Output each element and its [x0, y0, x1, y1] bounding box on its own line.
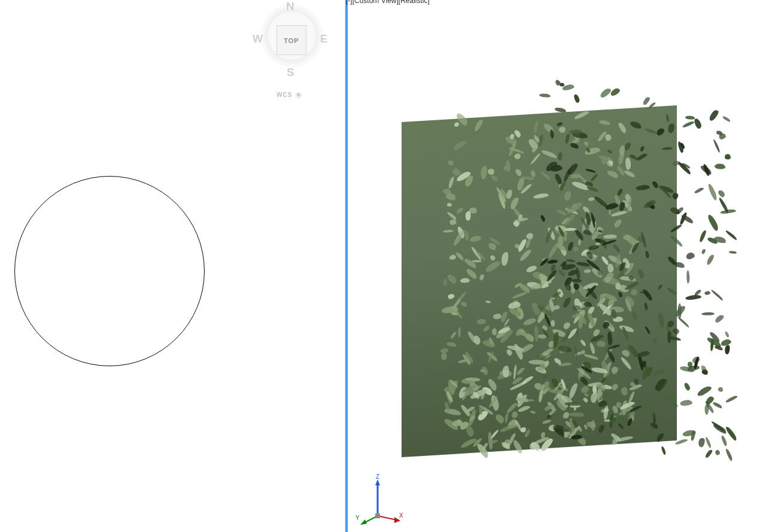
viewcube-wcs-menu[interactable]: WCS ▾	[276, 92, 302, 98]
viewcube-south-label[interactable]: S	[287, 66, 294, 79]
axis-x-line	[378, 516, 397, 520]
ucs-axis-gizmo[interactable]: Z Y X	[354, 477, 402, 525]
viewport-2d[interactable]: N S W E TOP WCS ▾	[0, 0, 345, 532]
viewport-label-text[interactable]: [-][Custom View][Realistic]	[346, 0, 430, 5]
axis-y-arrow	[360, 519, 367, 525]
chevron-down-icon: ▾	[296, 92, 302, 98]
axis-origin-box	[375, 513, 380, 518]
model-bush-cross-planes[interactable]	[402, 84, 737, 455]
viewcube-west-label[interactable]: W	[253, 33, 263, 45]
axis-z-arrow	[375, 479, 380, 485]
viewcube-wcs-label: WCS	[276, 92, 292, 98]
viewport-control-label[interactable]: [-][Custom View][Realistic]	[346, 0, 430, 5]
axis-x-label: X	[399, 512, 403, 519]
viewcube-top-face[interactable]: TOP	[276, 25, 306, 55]
viewcube-east-label[interactable]: E	[320, 33, 327, 45]
bush-foliage-front	[402, 105, 677, 457]
viewcube[interactable]: N S W E TOP WCS ▾	[250, 0, 334, 102]
axis-z-label: Z	[376, 473, 379, 480]
axis-y-label: Y	[355, 515, 360, 521]
bush-plane-front	[402, 105, 677, 457]
viewport-3d[interactable]: [-][Custom View][Realistic] Z Y X	[348, 0, 775, 532]
plan-circle-object[interactable]	[14, 176, 205, 366]
viewcube-north-label[interactable]: N	[286, 0, 294, 13]
